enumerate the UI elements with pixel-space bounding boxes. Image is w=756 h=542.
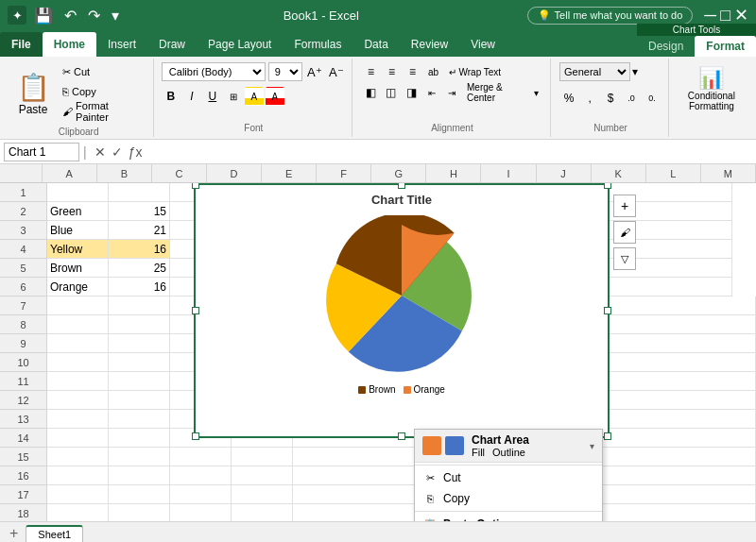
cell-b1[interactable]	[109, 183, 170, 202]
tab-insert[interactable]: Insert	[96, 32, 147, 57]
tab-home[interactable]: Home	[43, 32, 96, 57]
formula-input[interactable]	[149, 145, 752, 159]
paste-button[interactable]: 📋 Paste	[11, 62, 55, 125]
maximize-btn[interactable]: □	[720, 6, 730, 25]
close-btn[interactable]: ✕	[734, 5, 748, 25]
cell-a2[interactable]: Green	[47, 202, 109, 221]
cell-b6[interactable]: 16	[109, 278, 170, 296]
chart-container[interactable]: Chart Title	[194, 183, 610, 438]
chart-tools-banner: Chart Tools Design Format	[637, 24, 756, 57]
row-8: 8	[0, 315, 46, 334]
copy-button[interactable]: ⎘ Copy	[59, 82, 146, 101]
cancel-formula-icon[interactable]: ✕	[94, 144, 106, 160]
minimize-btn[interactable]: ─	[704, 6, 716, 25]
cell-a5[interactable]: Brown	[47, 259, 109, 278]
confirm-formula-icon[interactable]: ✓	[112, 144, 123, 160]
ctx-paste-label: Paste Options:	[443, 517, 524, 521]
table-row	[47, 504, 756, 521]
italic-button[interactable]: I	[182, 87, 201, 106]
dec-inc-btn[interactable]: .0	[622, 89, 641, 108]
insert-function-icon[interactable]: ƒx	[129, 144, 143, 160]
tab-data[interactable]: Data	[352, 32, 399, 57]
orientation-btn[interactable]: ab	[424, 62, 443, 81]
chart-legend: Brown Orange	[203, 384, 600, 395]
cell-b3[interactable]: 21	[109, 221, 170, 240]
format-painter-icon: 🖌	[62, 106, 73, 117]
row-3: 3	[0, 221, 46, 240]
decrease-font-btn[interactable]: A⁻	[327, 62, 346, 81]
add-chart-element-btn[interactable]: +	[613, 195, 636, 217]
align-right-btn[interactable]: ◨	[403, 83, 421, 102]
tab-format[interactable]: Format	[695, 36, 756, 57]
number-format-select[interactable]: General	[559, 62, 630, 81]
tell-me-box[interactable]: 💡 Tell me what you want to do	[527, 7, 694, 25]
ctx-paste-options[interactable]: 📋 Paste Options:	[415, 514, 602, 521]
conditional-formatting-button[interactable]: 📊 Conditional Formatting	[679, 62, 745, 115]
chart-filters-btn[interactable]: ▽	[613, 247, 636, 270]
ribbon: 📋 Paste ✂ Cut ⎘ Copy 🖌 Format Painter	[0, 57, 756, 140]
quick-access-toolbar[interactable]: ✦ 💾 ↶ ↷ ▾	[8, 5, 123, 26]
customize-btn[interactable]: ▾	[108, 5, 123, 26]
font-color-btn[interactable]: A	[266, 87, 284, 106]
align-left-btn[interactable]: ◧	[362, 83, 381, 102]
fill-color-btn[interactable]: A	[245, 87, 264, 106]
tab-file[interactable]: File	[0, 32, 43, 57]
align-center-btn[interactable]: ◫	[382, 83, 401, 102]
ctx-fill-label[interactable]: Fill	[472, 447, 485, 458]
tab-page-layout[interactable]: Page Layout	[197, 32, 283, 57]
currency-btn[interactable]: $	[601, 89, 620, 108]
cell-b5[interactable]: 25	[109, 259, 170, 278]
chart-styles-btn[interactable]: 🖌	[613, 221, 636, 244]
cut-button[interactable]: ✂ Cut	[59, 62, 146, 81]
conditional-section: 📊 Conditional Formatting	[671, 59, 752, 137]
chart-title: Chart Title	[203, 193, 600, 207]
ctx-outline-label[interactable]: Outline	[492, 447, 525, 458]
cell-a6[interactable]: Orange	[47, 278, 109, 296]
merge-center-btn[interactable]: Merge & Center ▾	[463, 83, 542, 102]
ctx-outline-swatch[interactable]	[445, 436, 464, 455]
add-sheet-btn[interactable]: +	[4, 525, 24, 542]
increase-font-btn[interactable]: A⁺	[305, 62, 324, 81]
formula-bar: | ✕ ✓ ƒx	[0, 140, 756, 164]
chart-side-buttons: + 🖌 ▽	[613, 195, 636, 270]
font-name-select[interactable]: Calibri (Body)	[162, 62, 266, 81]
cell-b4[interactable]: 16	[109, 240, 170, 259]
wrap-text-btn[interactable]: ↵ Wrap Text	[445, 62, 506, 81]
format-painter-button[interactable]: 🖌 Format Painter	[59, 102, 146, 121]
indent-dec-btn[interactable]: ⇤	[422, 83, 441, 102]
col-header-e: E	[262, 164, 317, 182]
redo-btn[interactable]: ↷	[84, 5, 104, 26]
tab-review[interactable]: Review	[400, 32, 459, 57]
table-row	[47, 448, 756, 466]
indent-inc-btn[interactable]: ⇥	[443, 83, 462, 102]
underline-button[interactable]: U	[203, 87, 222, 106]
ctx-fill-swatch[interactable]	[422, 436, 441, 455]
comma-btn[interactable]: ,	[580, 89, 599, 108]
align-top-center-btn[interactable]: ≡	[383, 62, 402, 81]
cell-a3[interactable]: Blue	[47, 221, 109, 240]
border-button[interactable]: ⊞	[224, 87, 243, 106]
cell-a4[interactable]: Yellow	[47, 240, 109, 259]
cell-b2[interactable]: 15	[109, 202, 170, 221]
cell-a1[interactable]	[47, 183, 109, 202]
dec-dec-btn[interactable]: 0.	[643, 89, 662, 108]
tab-draw[interactable]: Draw	[147, 32, 197, 57]
number-section: General ▾ % , $ .0 0. Number	[553, 59, 668, 137]
paste-icon: 📋	[17, 72, 50, 103]
paste-options-icon: 📋	[422, 518, 438, 522]
align-top-right-btn[interactable]: ≡	[404, 62, 422, 81]
number-label: Number	[593, 121, 627, 133]
ctx-cut[interactable]: ✂ Cut	[415, 467, 602, 488]
align-top-left-btn[interactable]: ≡	[362, 62, 381, 81]
ctx-copy[interactable]: ⎘ Copy	[415, 488, 602, 509]
bold-button[interactable]: B	[162, 87, 180, 106]
undo-btn[interactable]: ↶	[60, 5, 80, 26]
font-size-select[interactable]: 9	[268, 62, 302, 81]
tab-design[interactable]: Design	[637, 36, 695, 57]
name-box[interactable]	[4, 143, 79, 161]
tab-view[interactable]: View	[459, 32, 507, 57]
percent-btn[interactable]: %	[559, 89, 578, 108]
sheet-tab-sheet1[interactable]: Sheet1	[26, 525, 83, 542]
save-btn[interactable]: 💾	[30, 5, 57, 26]
tab-formulas[interactable]: Formulas	[283, 32, 352, 57]
